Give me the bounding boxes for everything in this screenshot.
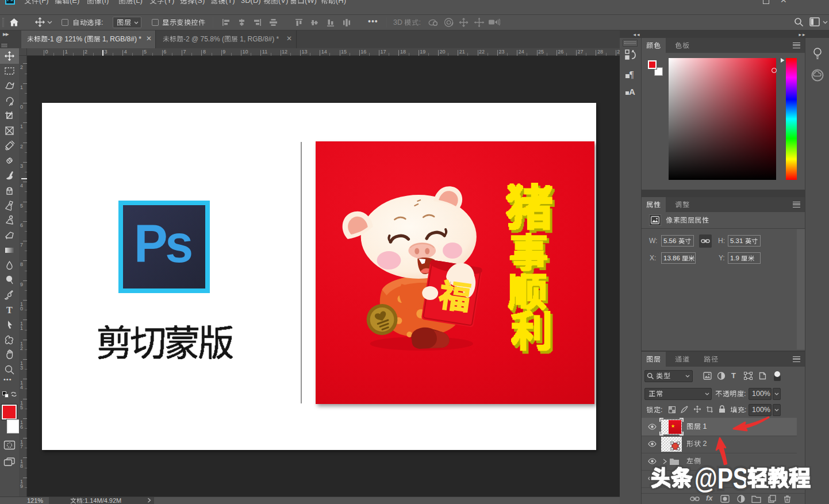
- svg-text:A: A: [629, 87, 635, 97]
- svg-text:T: T: [6, 305, 13, 315]
- svg-text:¶: ¶: [630, 70, 634, 79]
